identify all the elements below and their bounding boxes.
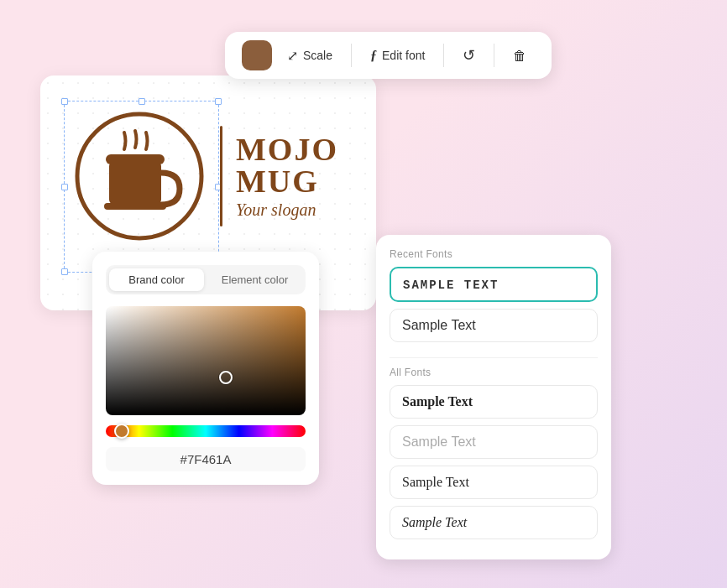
font-icon: ƒ	[370, 48, 377, 63]
scale-label: Scale	[303, 49, 332, 62]
font-item-all-2[interactable]: Sample Text	[390, 425, 598, 459]
svg-rect-1	[109, 161, 161, 205]
svg-rect-2	[106, 154, 165, 164]
edit-font-button[interactable]: ƒ Edit font	[362, 43, 433, 68]
handle-ml[interactable]	[61, 184, 68, 190]
reset-icon: ↺	[463, 47, 475, 64]
hex-display[interactable]: #7F461A	[106, 447, 306, 471]
font-panel: Recent Fonts SAMPLE TEXT Sample Text All…	[376, 235, 611, 559]
color-picker-dot	[219, 371, 233, 384]
toolbar-divider-3	[494, 44, 494, 67]
logo-divider	[220, 126, 222, 226]
element-color-tab[interactable]: Element color	[207, 268, 302, 291]
recent-fonts-label: Recent Fonts	[390, 248, 598, 260]
toolbar-divider-2	[443, 44, 444, 67]
edit-font-label: Edit font	[382, 49, 425, 62]
font-sample-3-text: Sample Text	[402, 394, 473, 408]
reset-button[interactable]: ↺	[454, 41, 484, 70]
toolbar-divider-1	[351, 44, 352, 67]
handle-tr[interactable]	[215, 98, 222, 105]
toolbar-color-swatch[interactable]	[242, 40, 272, 70]
color-panel: Brand color Element color #7F461A	[92, 252, 319, 485]
font-sample-5-text: Sample Text	[402, 475, 469, 489]
scale-icon: ⤢	[287, 48, 298, 64]
logo-text-area: MOJO MUG Your slogan	[236, 133, 376, 220]
handle-tm[interactable]	[139, 98, 145, 105]
font-sample-2-text: Sample Text	[402, 318, 476, 332]
logo-title: MOJO MUG	[236, 133, 376, 197]
font-sample-1-text: SAMPLE TEXT	[403, 278, 499, 292]
delete-button[interactable]: 🗑	[505, 42, 535, 70]
handle-tl[interactable]	[61, 98, 68, 105]
font-separator	[390, 357, 598, 358]
color-tabs: Brand color Element color	[106, 265, 306, 294]
font-item-all-1[interactable]: Sample Text	[390, 385, 598, 419]
trash-icon: 🗑	[513, 49, 526, 63]
font-item-recent-1[interactable]: SAMPLE TEXT	[390, 267, 598, 302]
logo-slogan: Your slogan	[236, 200, 376, 220]
scale-button[interactable]: ⤢ Scale	[279, 43, 341, 69]
hue-thumb[interactable]	[114, 424, 129, 439]
handle-bl[interactable]	[61, 268, 68, 275]
font-item-recent-2[interactable]: Sample Text	[390, 309, 598, 342]
font-sample-6-text: Sample Text	[402, 515, 467, 529]
toolbar: ⤢ Scale ƒ Edit font ↺ 🗑	[225, 32, 552, 79]
all-fonts-label: All Fonts	[390, 367, 598, 378]
font-sample-4-text: Sample Text	[402, 434, 476, 449]
font-item-all-4[interactable]: Sample Text	[390, 506, 598, 539]
font-item-all-3[interactable]: Sample Text	[390, 466, 598, 499]
color-gradient[interactable]	[106, 306, 306, 415]
svg-rect-3	[104, 203, 166, 210]
logo-content: MOJO MUG Your slogan	[72, 109, 376, 243]
hue-slider[interactable]	[106, 425, 306, 437]
logo-icon	[72, 109, 207, 243]
brand-color-tab[interactable]: Brand color	[109, 268, 204, 291]
